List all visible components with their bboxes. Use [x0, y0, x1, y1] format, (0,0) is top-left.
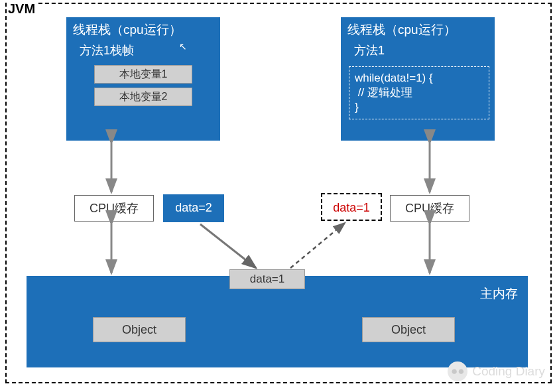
main-memory-label: 主内存: [480, 285, 518, 302]
wechat-icon: ●●: [448, 361, 467, 381]
memory-data-value: data=1: [229, 269, 305, 289]
data-value-left: data=2: [163, 194, 224, 222]
thread-stack-left: 线程栈（cpu运行） 方法1栈帧 本地变量1 本地变量2: [66, 17, 220, 141]
thread-stack-right-title: 线程栈（cpu运行）: [341, 17, 495, 40]
watermark-text: Coding Diary: [472, 364, 545, 379]
cpu-cache-left: CPU缓存: [74, 195, 154, 222]
local-var-2: 本地变量2: [94, 88, 192, 106]
object-right: Object: [362, 317, 455, 342]
stack-frame-label-right: 方法1: [341, 40, 495, 61]
thread-stack-left-title: 线程栈（cpu运行）: [66, 17, 220, 40]
stack-frame-label-left: 方法1栈帧: [66, 40, 220, 61]
data-value-right: data=1: [321, 193, 382, 221]
object-left: Object: [93, 317, 186, 342]
code-block: while(data!=1) { // 逻辑处理 }: [349, 66, 489, 119]
cursor-icon: ↖: [179, 41, 187, 52]
local-var-1: 本地变量1: [94, 65, 192, 84]
watermark: ●● Coding Diary: [448, 361, 545, 381]
jvm-label: JVM: [7, 1, 36, 17]
cpu-cache-right: CPU缓存: [390, 195, 469, 222]
